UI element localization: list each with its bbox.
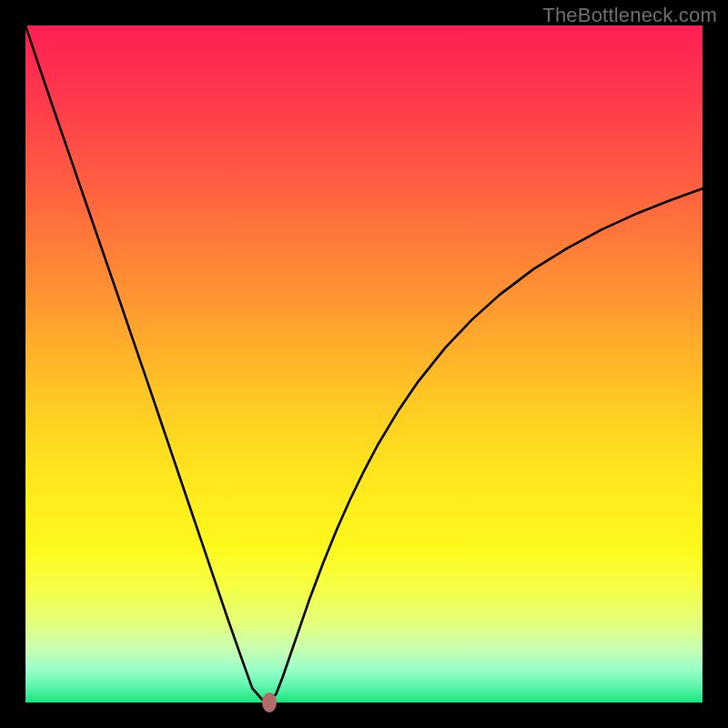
chart-frame: TheBottleneck.com — [0, 0, 728, 728]
watermark-text: TheBottleneck.com — [542, 4, 717, 27]
bottleneck-curve — [25, 25, 703, 703]
minimum-marker — [262, 693, 277, 713]
plot-area — [25, 25, 703, 703]
